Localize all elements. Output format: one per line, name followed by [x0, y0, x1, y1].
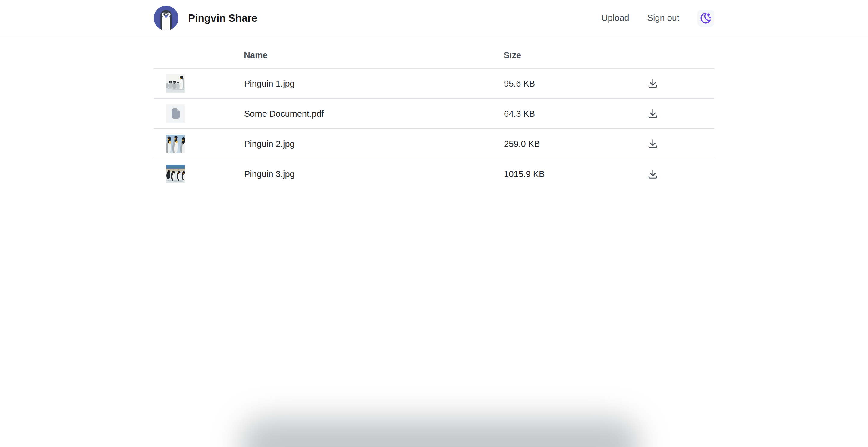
share-content: Name Size Pinguin 1.jpg 95.6 KB — [154, 36, 714, 189]
table-row: Pinguin 1.jpg 95.6 KB — [154, 68, 714, 99]
file-size: 259.0 KB — [504, 139, 540, 149]
file-size: 64.3 KB — [504, 109, 535, 119]
file-size: 1015.9 KB — [504, 169, 545, 179]
column-header-size: Size — [504, 36, 591, 68]
download-button[interactable] — [646, 76, 660, 90]
brand[interactable]: Pingvin Share — [154, 6, 257, 30]
dock-shadow — [241, 418, 639, 447]
table-header-row: Name Size — [154, 36, 714, 68]
file-name: Some Document.pdf — [244, 109, 324, 119]
page: Pingvin Share Upload Sign out — [0, 0, 868, 447]
download-button[interactable] — [646, 107, 660, 120]
download-icon — [647, 108, 658, 119]
nav-sign-out-link[interactable]: Sign out — [647, 13, 679, 23]
table-row: Some Document.pdf 64.3 KB — [154, 99, 714, 129]
file-name: Pinguin 2.jpg — [244, 139, 295, 149]
file-name: Pinguin 1.jpg — [244, 79, 295, 88]
file-name: Pinguin 3.jpg — [244, 169, 295, 179]
table-row: Pinguin 2.jpg 259.0 KB — [154, 129, 714, 159]
column-header-thumbnail — [154, 36, 244, 68]
penguin-photo-2-thumbnail[interactable] — [166, 135, 185, 153]
file-table: Name Size Pinguin 1.jpg 95.6 KB — [154, 36, 714, 189]
penguin-photo-1-thumbnail[interactable] — [166, 74, 185, 93]
download-icon — [647, 168, 658, 179]
pingvin-logo-icon — [154, 6, 179, 30]
column-header-action — [591, 36, 714, 68]
download-icon — [647, 78, 658, 89]
penguin-photo-3-thumbnail[interactable] — [166, 165, 185, 183]
column-header-name: Name — [244, 36, 504, 68]
app-header: Pingvin Share Upload Sign out — [0, 0, 868, 36]
table-row: Pinguin 3.jpg 1015.9 KB — [154, 159, 714, 189]
file-size: 95.6 KB — [504, 79, 535, 88]
document-file-icon-thumbnail[interactable] — [166, 105, 185, 123]
nav-upload-link[interactable]: Upload — [601, 13, 629, 23]
moon-stars-icon — [700, 12, 712, 24]
header-nav: Upload Sign out — [601, 10, 714, 27]
download-button[interactable] — [646, 137, 660, 150]
header-inner: Pingvin Share Upload Sign out — [154, 0, 714, 36]
download-icon — [647, 138, 658, 149]
download-button[interactable] — [646, 167, 660, 181]
theme-toggle-button[interactable] — [698, 10, 714, 27]
app-title: Pingvin Share — [188, 12, 257, 24]
